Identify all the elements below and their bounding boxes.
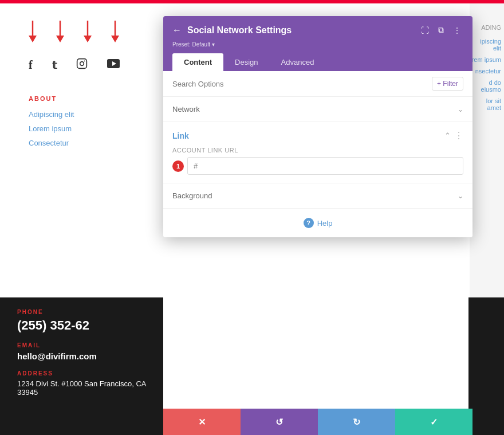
arrow-4: [111, 21, 119, 44]
arrow-down-icon: [29, 21, 37, 44]
address-label: ADDRESS: [17, 370, 146, 377]
save-button[interactable]: ✓: [395, 409, 472, 435]
right-heading: ADING: [471, 24, 501, 31]
social-icons-row: f 𝕥: [29, 58, 120, 72]
network-chevron: ⌄: [458, 105, 463, 113]
search-input[interactable]: [172, 80, 432, 88]
email-value: hello@divifirm.com: [17, 351, 146, 361]
contact-section: PHONE (255) 352-62 EMAIL hello@divifirm.…: [0, 297, 163, 435]
svg-point-10: [84, 61, 85, 62]
arrows-area: [29, 21, 119, 44]
modal-title-row: ← Social Network Settings: [172, 25, 292, 36]
split-icon[interactable]: ⧉: [436, 24, 446, 36]
phone-label: PHONE: [17, 309, 146, 315]
svg-marker-7: [111, 36, 119, 42]
background-chevron: ⌄: [458, 192, 463, 200]
twitter-icon[interactable]: 𝕥: [52, 59, 57, 72]
cancel-button[interactable]: ✕: [163, 409, 241, 435]
svg-marker-1: [29, 36, 37, 42]
link-chevron-up[interactable]: ⌃: [444, 131, 451, 140]
link-more-icon[interactable]: ⋮: [454, 130, 463, 141]
tab-design[interactable]: Design: [223, 53, 269, 71]
preset-selector[interactable]: Preset: Default ▾: [172, 41, 463, 48]
left-section: f 𝕥 ABOUT Adipiscing elit Lorem ipsum Co…: [0, 3, 163, 435]
modal-header-icons: ⛶ ⧉ ⋮: [419, 24, 463, 36]
about-section: ABOUT Adipiscing elit Lorem ipsum Consec…: [29, 95, 74, 147]
email-label: EMAIL: [17, 342, 146, 348]
modal-header-top: ← Social Network Settings ⛶ ⧉ ⋮: [172, 24, 463, 36]
redo-icon: ↻: [353, 417, 360, 428]
background-label: Background: [172, 191, 212, 200]
settings-modal: ← Social Network Settings ⛶ ⧉ ⋮ Preset: …: [163, 16, 472, 237]
back-icon[interactable]: ←: [172, 25, 182, 36]
filter-button[interactable]: + Filter: [432, 77, 463, 91]
instagram-icon[interactable]: [76, 58, 88, 72]
right-item-3: nsectetur: [471, 68, 501, 75]
about-link-3[interactable]: Consectetur: [29, 139, 74, 147]
search-bar: + Filter: [163, 71, 472, 97]
tab-advanced[interactable]: Advanced: [270, 53, 326, 71]
right-item-2: rem ipsum: [471, 56, 501, 63]
about-link-2[interactable]: Lorem ipsum: [29, 124, 74, 133]
right-item-1: ipiscing elit: [471, 38, 501, 52]
right-section: ADING ipiscing elit rem ipsum nsectetur …: [470, 3, 504, 435]
background-section-header[interactable]: Background ⌄: [163, 183, 472, 209]
right-item-5: lor sit amet: [471, 97, 501, 111]
modal-tabs: Content Design Advanced: [172, 53, 463, 71]
right-items: ADING ipiscing elit rem ipsum nsectetur …: [468, 7, 504, 128]
youtube-icon[interactable]: [107, 59, 120, 71]
tab-content[interactable]: Content: [172, 53, 223, 71]
right-item-4: d do eiusmo: [471, 79, 501, 93]
phone-value: (255) 352-62: [17, 318, 146, 333]
help-row: ? Help: [163, 209, 472, 237]
action-bar: ✕ ↺ ↻ ✓: [163, 409, 472, 435]
save-icon: ✓: [430, 417, 438, 428]
field-label: Account Link URL: [172, 147, 463, 154]
about-title: ABOUT: [29, 95, 74, 102]
link-section: Link ⌃ ⋮ Account Link URL 1: [163, 122, 472, 183]
input-row: 1: [172, 157, 463, 175]
help-icon: ?: [304, 218, 314, 228]
more-icon[interactable]: ⋮: [451, 25, 463, 36]
fullscreen-icon[interactable]: ⛶: [419, 25, 431, 36]
arrow-down-icon: [84, 21, 92, 44]
right-dark-section: [468, 297, 504, 435]
modal-title: Social Network Settings: [187, 25, 292, 36]
about-links: Adipiscing elit Lorem ipsum Consectetur: [29, 110, 74, 147]
svg-marker-5: [84, 36, 92, 42]
arrow-2: [56, 21, 64, 44]
undo-icon: ↺: [275, 417, 283, 428]
account-link-field: Account Link URL 1: [172, 147, 463, 175]
undo-button[interactable]: ↺: [241, 409, 318, 435]
modal-header: ← Social Network Settings ⛶ ⧉ ⋮ Preset: …: [163, 16, 472, 71]
about-link-1[interactable]: Adipiscing elit: [29, 110, 74, 119]
arrow-down-icon: [56, 21, 64, 44]
arrow-1: [29, 21, 37, 44]
link-section-header[interactable]: Link ⌃ ⋮: [172, 122, 463, 147]
modal-body: + Filter Network ⌄ Link ⌃ ⋮ Account Link…: [163, 71, 472, 237]
help-label[interactable]: Help: [317, 219, 333, 228]
redo-button[interactable]: ↻: [318, 409, 395, 435]
svg-marker-3: [56, 36, 64, 42]
account-link-input[interactable]: [187, 157, 463, 175]
cancel-icon: ✕: [198, 417, 206, 428]
svg-rect-8: [77, 59, 86, 69]
field-number: 1: [172, 160, 184, 172]
arrow-down-icon: [111, 21, 119, 44]
link-section-title: Link: [172, 131, 189, 140]
network-label: Network: [172, 105, 200, 113]
svg-point-9: [80, 62, 84, 66]
facebook-icon[interactable]: f: [29, 58, 33, 72]
link-section-icons: ⌃ ⋮: [444, 130, 463, 141]
arrow-3: [84, 21, 92, 44]
network-section-header[interactable]: Network ⌄: [163, 97, 472, 122]
address-value: 1234 Divi St. #1000 San Francisco, CA 33…: [17, 379, 146, 397]
